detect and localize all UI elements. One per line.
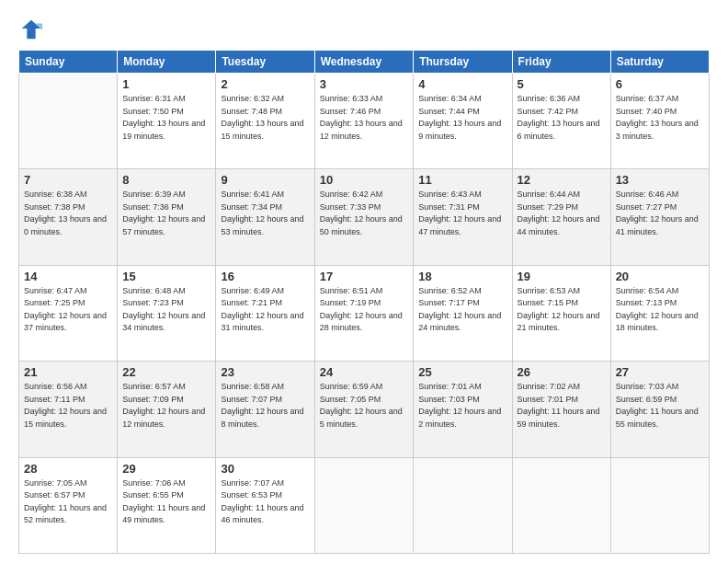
calendar-cell: 11Sunrise: 6:43 AMSunset: 7:31 PMDayligh…: [414, 169, 512, 265]
day-info: Sunrise: 6:56 AMSunset: 7:11 PMDaylight:…: [24, 381, 112, 431]
day-info: Sunrise: 6:39 AMSunset: 7:36 PMDaylight:…: [122, 189, 210, 238]
day-info: Sunrise: 6:43 AMSunset: 7:31 PMDaylight:…: [418, 189, 506, 238]
calendar-cell: 18Sunrise: 6:52 AMSunset: 7:17 PMDayligh…: [414, 265, 512, 361]
calendar-cell: 27Sunrise: 7:03 AMSunset: 6:59 PMDayligh…: [610, 362, 709, 457]
calendar-cell: 9Sunrise: 6:41 AMSunset: 7:34 PMDaylight…: [216, 169, 314, 265]
day-number: 18: [418, 270, 506, 283]
day-info: Sunrise: 7:07 AMSunset: 6:53 PMDaylight:…: [221, 477, 309, 527]
day-number: 28: [24, 462, 112, 476]
calendar-cell: 23Sunrise: 6:58 AMSunset: 7:07 PMDayligh…: [216, 362, 314, 457]
day-number: 6: [616, 77, 704, 91]
calendar-cell: 3Sunrise: 6:33 AMSunset: 7:46 PMDaylight…: [314, 74, 414, 169]
day-info: Sunrise: 6:34 AMSunset: 7:44 PMDaylight:…: [418, 93, 506, 143]
weekday-header-monday: Monday: [118, 51, 216, 74]
calendar-cell: 16Sunrise: 6:49 AMSunset: 7:21 PMDayligh…: [216, 265, 314, 361]
day-number: 8: [122, 173, 210, 187]
calendar-cell: 28Sunrise: 7:05 AMSunset: 6:57 PMDayligh…: [19, 457, 118, 553]
weekday-header-saturday: Saturday: [610, 51, 709, 74]
calendar-cell: 1Sunrise: 6:31 AMSunset: 7:50 PMDaylight…: [118, 74, 216, 169]
day-number: 15: [122, 270, 210, 283]
day-number: 26: [518, 365, 606, 379]
day-info: Sunrise: 6:32 AMSunset: 7:48 PMDaylight:…: [221, 93, 309, 143]
day-info: Sunrise: 6:46 AMSunset: 7:27 PMDaylight:…: [616, 189, 704, 238]
calendar-week-row: 7Sunrise: 6:38 AMSunset: 7:38 PMDaylight…: [19, 169, 710, 265]
day-info: Sunrise: 6:52 AMSunset: 7:17 PMDaylight:…: [418, 285, 506, 335]
calendar-cell: [414, 457, 512, 553]
day-number: 11: [418, 173, 506, 187]
day-number: 27: [616, 365, 704, 379]
day-info: Sunrise: 6:37 AMSunset: 7:40 PMDaylight:…: [616, 93, 704, 143]
day-number: 3: [320, 77, 409, 91]
day-number: 10: [320, 173, 409, 187]
day-info: Sunrise: 6:58 AMSunset: 7:07 PMDaylight:…: [221, 381, 309, 431]
day-number: 2: [221, 77, 309, 91]
weekday-header-friday: Friday: [512, 51, 610, 74]
calendar-cell: [19, 74, 118, 169]
day-info: Sunrise: 7:06 AMSunset: 6:55 PMDaylight:…: [122, 477, 210, 527]
day-number: 30: [221, 462, 309, 476]
calendar-cell: 7Sunrise: 6:38 AMSunset: 7:38 PMDaylight…: [19, 169, 118, 265]
calendar-cell: 15Sunrise: 6:48 AMSunset: 7:23 PMDayligh…: [118, 265, 216, 361]
day-info: Sunrise: 6:59 AMSunset: 7:05 PMDaylight:…: [320, 381, 409, 431]
calendar-cell: 21Sunrise: 6:56 AMSunset: 7:11 PMDayligh…: [19, 362, 118, 457]
day-number: 19: [518, 270, 606, 283]
day-info: Sunrise: 6:41 AMSunset: 7:34 PMDaylight:…: [221, 189, 309, 238]
day-info: Sunrise: 6:53 AMSunset: 7:15 PMDaylight:…: [518, 285, 606, 335]
weekday-header-wednesday: Wednesday: [314, 51, 414, 74]
calendar-cell: 25Sunrise: 7:01 AMSunset: 7:03 PMDayligh…: [414, 362, 512, 457]
day-number: 4: [418, 77, 506, 91]
calendar-cell: [512, 457, 610, 553]
logo-icon: [18, 17, 44, 42]
day-info: Sunrise: 6:38 AMSunset: 7:38 PMDaylight:…: [24, 189, 112, 238]
calendar-cell: [314, 457, 414, 553]
calendar-week-row: 21Sunrise: 6:56 AMSunset: 7:11 PMDayligh…: [19, 362, 710, 457]
calendar-week-row: 14Sunrise: 6:47 AMSunset: 7:25 PMDayligh…: [19, 265, 710, 361]
day-number: 7: [24, 173, 112, 187]
day-number: 21: [24, 365, 112, 379]
weekday-header-thursday: Thursday: [414, 51, 512, 74]
calendar-cell: 14Sunrise: 6:47 AMSunset: 7:25 PMDayligh…: [19, 265, 118, 361]
day-info: Sunrise: 7:01 AMSunset: 7:03 PMDaylight:…: [418, 381, 506, 431]
day-number: 1: [122, 77, 210, 91]
day-number: 20: [616, 270, 704, 283]
calendar-week-row: 1Sunrise: 6:31 AMSunset: 7:50 PMDaylight…: [19, 74, 710, 169]
calendar-cell: 6Sunrise: 6:37 AMSunset: 7:40 PMDaylight…: [610, 74, 709, 169]
calendar-week-row: 28Sunrise: 7:05 AMSunset: 6:57 PMDayligh…: [19, 457, 710, 553]
calendar-cell: 8Sunrise: 6:39 AMSunset: 7:36 PMDaylight…: [118, 169, 216, 265]
calendar-cell: 12Sunrise: 6:44 AMSunset: 7:29 PMDayligh…: [512, 169, 610, 265]
day-number: 22: [122, 365, 210, 379]
day-number: 14: [24, 270, 112, 283]
day-info: Sunrise: 7:03 AMSunset: 6:59 PMDaylight:…: [616, 381, 704, 431]
day-info: Sunrise: 6:51 AMSunset: 7:19 PMDaylight:…: [320, 285, 409, 335]
day-number: 9: [221, 173, 309, 187]
logo: [18, 17, 46, 42]
day-info: Sunrise: 6:57 AMSunset: 7:09 PMDaylight:…: [122, 381, 210, 431]
calendar-cell: 24Sunrise: 6:59 AMSunset: 7:05 PMDayligh…: [314, 362, 414, 457]
weekday-header-tuesday: Tuesday: [216, 51, 314, 74]
calendar: SundayMondayTuesdayWednesdayThursdayFrid…: [18, 50, 710, 554]
calendar-cell: 17Sunrise: 6:51 AMSunset: 7:19 PMDayligh…: [314, 265, 414, 361]
calendar-cell: 22Sunrise: 6:57 AMSunset: 7:09 PMDayligh…: [118, 362, 216, 457]
calendar-cell: 19Sunrise: 6:53 AMSunset: 7:15 PMDayligh…: [512, 265, 610, 361]
day-info: Sunrise: 7:05 AMSunset: 6:57 PMDaylight:…: [24, 477, 112, 527]
weekday-header-row: SundayMondayTuesdayWednesdayThursdayFrid…: [19, 51, 710, 74]
day-info: Sunrise: 6:42 AMSunset: 7:33 PMDaylight:…: [320, 189, 409, 238]
page: SundayMondayTuesdayWednesdayThursdayFrid…: [0, 0, 728, 563]
header: [18, 17, 710, 42]
calendar-cell: 30Sunrise: 7:07 AMSunset: 6:53 PMDayligh…: [216, 457, 314, 553]
svg-marker-0: [22, 20, 41, 40]
calendar-cell: 29Sunrise: 7:06 AMSunset: 6:55 PMDayligh…: [118, 457, 216, 553]
day-info: Sunrise: 6:54 AMSunset: 7:13 PMDaylight:…: [616, 285, 704, 335]
weekday-header-sunday: Sunday: [19, 51, 118, 74]
calendar-cell: 20Sunrise: 6:54 AMSunset: 7:13 PMDayligh…: [610, 265, 709, 361]
day-number: 13: [616, 173, 704, 187]
day-number: 23: [221, 365, 309, 379]
day-number: 12: [518, 173, 606, 187]
calendar-cell: 13Sunrise: 6:46 AMSunset: 7:27 PMDayligh…: [610, 169, 709, 265]
calendar-cell: 10Sunrise: 6:42 AMSunset: 7:33 PMDayligh…: [314, 169, 414, 265]
calendar-cell: 5Sunrise: 6:36 AMSunset: 7:42 PMDaylight…: [512, 74, 610, 169]
calendar-cell: [610, 457, 709, 553]
day-info: Sunrise: 6:31 AMSunset: 7:50 PMDaylight:…: [122, 93, 210, 143]
day-info: Sunrise: 7:02 AMSunset: 7:01 PMDaylight:…: [518, 381, 606, 431]
day-number: 5: [518, 77, 606, 91]
